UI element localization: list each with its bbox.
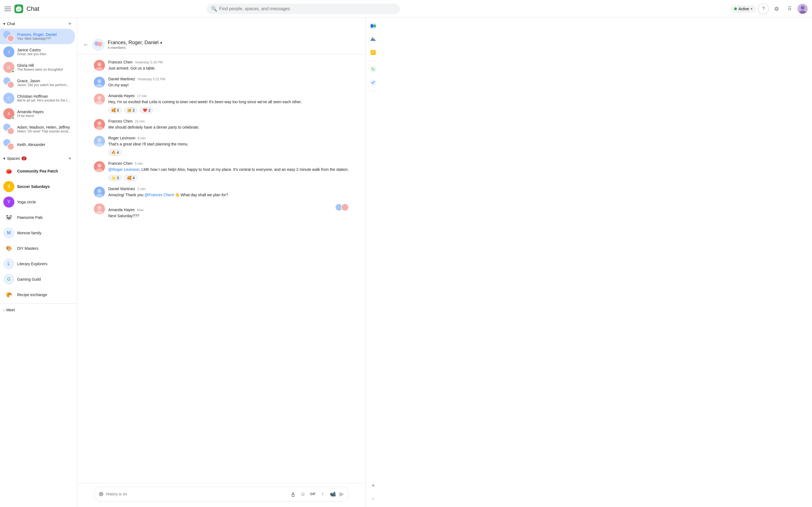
- svg-point-5: [801, 6, 805, 10]
- space-item-community-pea-patch[interactable]: 🍅 Community Pea Patch: [0, 163, 75, 179]
- chat-preview: The flowers were so thoughtful!: [17, 68, 71, 71]
- reaction-emoji: 🥰: [111, 108, 116, 112]
- space-item-soccer-saturdays[interactable]: S Soccer Saturdays: [0, 179, 75, 194]
- svg-point-20: [98, 121, 101, 125]
- message-time: 5 min: [135, 162, 143, 166]
- add-chat-button[interactable]: +: [66, 20, 74, 27]
- google-phone-icon[interactable]: [367, 63, 379, 75]
- message-content: Amanda Hayes 17 min Hey, I'm so excited …: [108, 94, 349, 113]
- chat-header-title[interactable]: Frances, Roger, Daniel ▾: [108, 40, 360, 46]
- reaction-chip[interactable]: 🥳 2: [124, 107, 138, 113]
- space-item-recipe-exchange[interactable]: 🥐 Recipe exchange: [0, 287, 75, 302]
- reaction-emoji: 🔥: [111, 151, 116, 155]
- mention-link[interactable]: @Frances Chen: [144, 193, 172, 197]
- active-status-button[interactable]: Active ▾: [731, 5, 756, 13]
- reaction-chip[interactable]: 🔥 4: [108, 149, 122, 156]
- add-app-button[interactable]: +: [367, 480, 379, 492]
- message-content: Daniel Martinez Yesterday 5:32 PM On my …: [108, 77, 349, 88]
- add-space-button[interactable]: +: [66, 155, 74, 162]
- message-sender: Frances Chen: [108, 119, 133, 123]
- chat-info: Frances, Roger, Daniel You: Next Saturda…: [17, 32, 71, 41]
- chat-item-gloria-hill[interactable]: G Gloria Hill The flowers were so though…: [0, 60, 75, 75]
- message-content: Frances Chen 5 min @Roger Levinson, LMK …: [108, 161, 349, 181]
- space-icon: 🎨: [3, 243, 14, 254]
- message-time: 17 min: [137, 94, 147, 98]
- google-keep-icon[interactable]: [367, 46, 379, 58]
- chat-item-janice-castro[interactable]: J Janice Castro Great, see you then.: [0, 44, 75, 60]
- chat-section-header[interactable]: ▾ Chat +: [0, 18, 77, 29]
- chat-item-amanda-hayes[interactable]: A Amanda Hayes I'll be there!: [0, 106, 75, 121]
- search-icon: 🔍: [211, 6, 217, 12]
- reaction-chip[interactable]: 🥰 4: [124, 175, 138, 181]
- chevron-down-icon: ▾: [3, 156, 5, 161]
- space-icon: G: [3, 274, 14, 285]
- message-header: Amanda Hayes Now: [108, 204, 349, 212]
- message-text-content: On my way!: [108, 83, 129, 87]
- message-input[interactable]: [106, 492, 287, 496]
- message-sender: Daniel Martinez: [108, 186, 135, 191]
- meet-header[interactable]: › Meet: [3, 306, 74, 314]
- chat-preview: You: Next Saturday???: [17, 37, 71, 41]
- message-sender: Daniel Martinez: [108, 77, 135, 81]
- avatar-wrap: J: [3, 46, 14, 57]
- add-content-button[interactable]: ⊕: [99, 491, 104, 498]
- avatar-group: [3, 77, 14, 88]
- chat-info: Christian Hoffman We're all set. He's ex…: [17, 94, 71, 102]
- chat-item-keith-alexander[interactable]: Keith, Alexander: [0, 137, 75, 152]
- upload-button[interactable]: ↑: [318, 490, 327, 498]
- video-button[interactable]: 📹: [328, 490, 337, 498]
- chevron-down-icon: ▾: [751, 7, 752, 11]
- chat-name: Christian Hoffman: [17, 94, 71, 99]
- chat-item-grace-jason[interactable]: Grace, Jason Jason: Did you watch the pe…: [0, 75, 75, 91]
- space-item-literary-explorers[interactable]: L Literary Explorers: [0, 256, 75, 272]
- chat-section-title: ▾ Chat: [3, 21, 15, 26]
- space-item-pawsome-pals[interactable]: 🐼 Pawsome Pals: [0, 210, 75, 225]
- google-tasks-icon[interactable]: [367, 76, 379, 89]
- mention-link[interactable]: @Roger Levinson: [108, 167, 139, 172]
- google-drive-icon[interactable]: [367, 33, 379, 45]
- expand-sidebar-button[interactable]: ›: [367, 493, 379, 505]
- search-input[interactable]: [219, 6, 396, 11]
- chat-header-members: 4 members: [108, 46, 360, 50]
- user-avatar[interactable]: [798, 4, 808, 14]
- space-name: DIY Masters: [17, 246, 38, 250]
- emoji-button[interactable]: ☺: [299, 490, 307, 498]
- help-button[interactable]: ?: [758, 3, 769, 14]
- message-text-content: Next Saturday???: [108, 214, 139, 218]
- apps-button[interactable]: ⠿: [784, 3, 796, 14]
- svg-point-1: [17, 9, 18, 9]
- space-icon: L: [3, 258, 14, 269]
- reaction-chip[interactable]: 🌟 3: [108, 175, 122, 181]
- back-button[interactable]: ←: [83, 41, 89, 48]
- google-meet-icon[interactable]: [367, 20, 379, 32]
- message-text: That's a great idea! I'll start planning…: [108, 141, 349, 147]
- send-button[interactable]: ▶: [340, 491, 344, 498]
- reaction-chip[interactable]: 🥰 3: [108, 107, 122, 113]
- input-tools: A̲ ☺ GIF ↑ 📹: [289, 490, 337, 498]
- hamburger-menu[interactable]: [4, 5, 11, 12]
- layout: ▾ Chat + Frances, Roger, Daniel You: Nex…: [0, 0, 381, 507]
- space-item-monroe-family[interactable]: M Monroe family: [0, 225, 75, 241]
- spaces-section-header[interactable]: ▾ Spaces 2 +: [0, 152, 77, 163]
- space-item-diy-masters[interactable]: 🎨 DIY Masters: [0, 241, 75, 256]
- message-sender: Amanda Hayes: [108, 208, 135, 212]
- gif-button[interactable]: GIF: [308, 490, 317, 498]
- reaction-chip[interactable]: ❤️ 2: [140, 107, 153, 113]
- message-time: 8 min: [138, 136, 146, 140]
- reactions: 🥰 3 🥳 2 ❤️ 2: [108, 107, 349, 113]
- message-content: Roger Levinson 8 min That's a great idea…: [108, 136, 349, 156]
- space-item-yoga-circle[interactable]: Y Yoga circle: [0, 194, 75, 210]
- message-avatar: [94, 77, 105, 88]
- chat-header-avatar: [92, 39, 104, 51]
- sidebar-divider: [370, 61, 376, 61]
- format-text-button[interactable]: A̲: [289, 490, 298, 498]
- chat-item-adam-madison-helen-jeffrey[interactable]: Adam, Madison, Helen, Jeffrey Helen: Oh …: [0, 121, 75, 137]
- chat-preview: Helen: Oh wow! That sounds exciting ...: [17, 129, 71, 133]
- online-dot: [12, 70, 14, 73]
- chat-item-frances-roger-daniel[interactable]: Frances, Roger, Daniel You: Next Saturda…: [0, 29, 75, 44]
- space-item-gaming-guild[interactable]: G Gaming Guild: [0, 272, 75, 287]
- space-name: Pawsome Pals: [17, 215, 43, 220]
- chat-item-christian-hoffman[interactable]: C Christian Hoffman We're all set. He's …: [0, 91, 75, 106]
- message-text: @Roger Levinson, LMK how I can help! Als…: [108, 167, 349, 172]
- settings-button[interactable]: ⚙: [771, 3, 782, 14]
